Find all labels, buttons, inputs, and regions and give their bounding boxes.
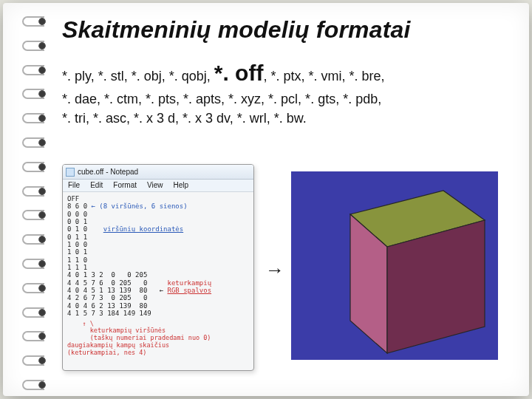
- counts-annotation: ← (8 viršūnės, 6 sienos): [92, 202, 188, 210]
- face-row: 4 0 4 6 2 13 139 80: [67, 302, 147, 310]
- spiral-hole: [38, 307, 46, 318]
- notepad-titlebar: cube.off - Notepad: [63, 165, 253, 180]
- spiral-hole: [38, 113, 46, 123]
- slide-content: Skaitmeninių modelių formatai *. ply, *.…: [62, 16, 505, 383]
- formats-highlighted-off: *. off: [214, 61, 264, 85]
- cube-viewport: [291, 171, 498, 360]
- face-row: 4 4 5 7 6 0 205 0: [67, 279, 147, 287]
- spiral-hole: [38, 355, 46, 366]
- spiral-hole: [38, 234, 46, 245]
- vertex-row: 1 1 0: [67, 256, 87, 264]
- menu-view[interactable]: View: [142, 180, 168, 191]
- face-row: 4 1 5 7 3 184 149 149: [67, 310, 151, 317]
- vertex-row: 0 1 0: [67, 225, 87, 233]
- spiral-hole: [38, 137, 46, 148]
- off-header: OFF: [67, 195, 79, 202]
- spiral-hole: [38, 89, 46, 99]
- formats-list: *. ply, *. stl, *. obj, *. qobj, *. off,…: [62, 57, 505, 128]
- spiral-hole: [38, 210, 46, 220]
- notepad-app-icon: [66, 168, 75, 177]
- notepad-menubar: File Edit Format View Help: [63, 180, 253, 192]
- notepad-window: cube.off - Notepad File Edit Format View…: [62, 164, 254, 371]
- menu-format[interactable]: Format: [108, 180, 142, 191]
- spiral-hole: [38, 380, 46, 390]
- rgb-annot-1: keturkampių: [167, 279, 211, 287]
- spiral-hole: [38, 331, 46, 341]
- spiral-hole: [38, 283, 46, 293]
- spiral-hole: [38, 259, 46, 269]
- menu-file[interactable]: File: [63, 180, 85, 191]
- off-counts: 8 6 0: [67, 202, 87, 210]
- face-row: 4 0 4 5 1 13 139 80: [67, 287, 147, 294]
- face-row: 4 2 6 7 3 0 205 0: [67, 294, 147, 301]
- formats-line-2: *. dae, *. ctm, *. pts, *. apts, *. xyz,…: [62, 92, 381, 106]
- cube-render: [299, 176, 491, 357]
- vertices-annotation: viršūnių koordinatės: [103, 225, 183, 233]
- spiral-hole: [38, 16, 46, 27]
- formats-line-3: *. tri, *. asc, *. x 3 d, *. x 3 dv, *. …: [62, 111, 307, 126]
- vertex-row: 0 1 1: [67, 233, 87, 241]
- vertex-row: 1 0 0: [67, 241, 87, 248]
- formats-part-1b: , *. ptx, *. vmi, *. bre,: [263, 69, 384, 83]
- slide-title: Skaitmeninių modelių formatai: [62, 16, 505, 44]
- notepad-body: OFF 8 6 0 ← (8 viršūnės, 6 sienos) 0 0 0…: [63, 192, 253, 321]
- menu-help[interactable]: Help: [168, 180, 194, 191]
- spiral-hole: [38, 162, 46, 172]
- vertex-row: 1 1 1: [67, 264, 87, 271]
- arrow-icon: →: [265, 259, 284, 282]
- spiral-hole: [38, 41, 46, 51]
- vertex-row: 0 0 1: [67, 218, 87, 225]
- spiral-hole: [38, 65, 46, 75]
- spiral-hole: [38, 186, 46, 197]
- vertex-row: 0 0 0: [67, 211, 87, 218]
- menu-edit[interactable]: Edit: [85, 180, 108, 191]
- face-row: 4 0 1 3 2 0 0 205: [67, 271, 147, 279]
- formats-part-1: *. ply, *. stl, *. obj, *. qobj,: [62, 69, 214, 83]
- notepad-title-text: cube.off - Notepad: [78, 168, 138, 176]
- vertex-row: 1 0 1: [67, 248, 87, 256]
- rgb-annot-2: RGB spalvos: [167, 287, 211, 294]
- figure-row: cube.off - Notepad File Edit Format View…: [62, 164, 505, 383]
- face-vertex-annotation: ↑ \ keturkampių viršūnės (taškų numeriai…: [63, 321, 253, 357]
- spiral-binding: [22, 10, 49, 389]
